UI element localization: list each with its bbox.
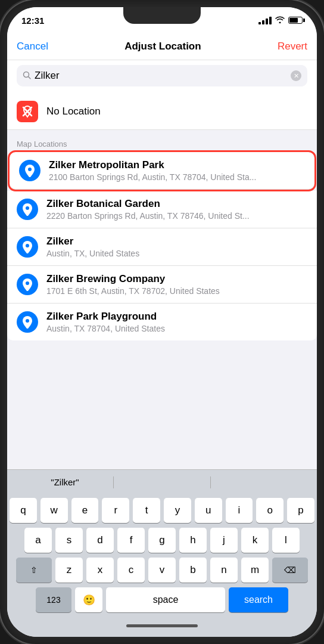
home-area: [7, 620, 317, 637]
key-g[interactable]: g: [148, 528, 176, 553]
location-pin-icon: [19, 160, 40, 181]
key-emoji[interactable]: 🙂: [75, 587, 102, 612]
suggestion-item-3[interactable]: [211, 481, 307, 484]
keyboard-row-2: a s d f g h j k l: [10, 528, 314, 553]
home-indicator: [126, 624, 198, 627]
location-name: Zilker Botanical Garden: [46, 198, 307, 210]
location-name: Zilker Brewing Company: [46, 273, 307, 285]
location-address: 2220 Barton Springs Rd, Austin, TX 78746…: [46, 211, 307, 221]
location-pin-icon: [17, 236, 38, 258]
svg-point-7: [26, 281, 29, 285]
key-z[interactable]: z: [55, 558, 83, 583]
content-list: No Location Map Locations Zilker Metropo…: [7, 94, 317, 469]
no-location-icon: [17, 101, 38, 122]
location-address: Austin, TX 78704, United States: [46, 324, 307, 333]
key-l[interactable]: l: [272, 528, 300, 553]
location-name: Zilker Park Playground: [46, 311, 307, 323]
key-n[interactable]: n: [210, 558, 238, 583]
status-icons: [258, 16, 303, 25]
key-a[interactable]: a: [24, 528, 52, 553]
no-location-row[interactable]: No Location: [7, 94, 317, 130]
key-h[interactable]: h: [179, 528, 207, 553]
location-item[interactable]: Zilker Metropolitan Park 2100 Barton Spr…: [10, 152, 314, 190]
key-b[interactable]: b: [179, 558, 207, 583]
location-name: Zilker Metropolitan Park: [49, 159, 305, 171]
key-j[interactable]: j: [210, 528, 238, 553]
key-q[interactable]: q: [10, 498, 37, 523]
key-v[interactable]: v: [148, 558, 176, 583]
location-text: Zilker Botanical Garden 2220 Barton Spri…: [46, 198, 307, 221]
svg-line-1: [29, 76, 31, 79]
key-numbers[interactable]: 123: [36, 587, 71, 612]
suggestion-item[interactable]: "Zilker": [17, 476, 113, 488]
key-space[interactable]: space: [106, 587, 225, 612]
key-e[interactable]: e: [71, 498, 99, 523]
location-items-group: Zilker Metropolitan Park 2100 Barton Spr…: [7, 152, 317, 340]
nav-title: Adjust Location: [124, 41, 201, 52]
key-c[interactable]: c: [117, 558, 145, 583]
location-text: Zilker Park Playground Austin, TX 78704,…: [46, 311, 307, 333]
key-k[interactable]: k: [241, 528, 269, 553]
location-address: 2100 Barton Springs Rd, Austin, TX 78704…: [49, 172, 305, 182]
key-u[interactable]: u: [195, 498, 222, 523]
location-item[interactable]: Zilker Botanical Garden 2220 Barton Spri…: [7, 191, 317, 228]
key-w[interactable]: w: [40, 498, 68, 523]
key-s[interactable]: s: [55, 528, 83, 553]
svg-point-8: [26, 319, 29, 323]
search-clear-button[interactable]: ✕: [291, 70, 301, 81]
key-shift[interactable]: ⇧: [16, 558, 52, 583]
key-delete[interactable]: ⌫: [272, 558, 308, 583]
svg-point-5: [26, 206, 29, 210]
key-f[interactable]: f: [117, 528, 145, 553]
keyboard-suggestion-bar: "Zilker": [7, 469, 317, 494]
location-text: Zilker Austin, TX, United States: [46, 236, 307, 258]
location-text: Zilker Metropolitan Park 2100 Barton Spr…: [49, 159, 305, 182]
key-x[interactable]: x: [86, 558, 114, 583]
wifi-icon: [275, 16, 285, 25]
status-time: 12:31: [21, 16, 44, 26]
search-bar[interactable]: Zilker ✕: [17, 65, 307, 86]
svg-point-4: [28, 168, 32, 171]
keyboard-bottom-row: 123 🙂 space search: [10, 587, 314, 612]
keyboard: q w e r t y u i o p a s d f g h j k: [7, 494, 317, 620]
location-name: Zilker: [46, 236, 307, 247]
cancel-button[interactable]: Cancel: [17, 41, 48, 52]
section-header-map-locations: Map Locations: [7, 135, 317, 151]
location-item[interactable]: Zilker Austin, TX, United States: [7, 228, 317, 266]
location-item[interactable]: Zilker Park Playground Austin, TX 78704,…: [7, 304, 317, 340]
nav-bar: Cancel Adjust Location Revert: [7, 33, 317, 60]
search-input[interactable]: Zilker: [35, 70, 287, 82]
key-o[interactable]: o: [256, 498, 284, 523]
keyboard-row-1: q w e r t y u i o p: [10, 498, 314, 523]
key-y[interactable]: y: [164, 498, 191, 523]
no-location-label: No Location: [46, 106, 101, 117]
key-i[interactable]: i: [226, 498, 253, 523]
location-item[interactable]: Zilker Brewing Company 1701 E 6th St, Au…: [7, 266, 317, 304]
search-container: Zilker ✕: [7, 60, 317, 94]
location-text: Zilker Brewing Company 1701 E 6th St, Au…: [46, 273, 307, 296]
keyboard-row-3: ⇧ z x c v b n m ⌫: [10, 558, 314, 583]
location-address: Austin, TX, United States: [46, 249, 307, 258]
svg-point-6: [26, 244, 29, 247]
battery-icon: [288, 17, 303, 24]
revert-button[interactable]: Revert: [278, 41, 307, 52]
signal-icon: [258, 17, 272, 24]
key-m[interactable]: m: [241, 558, 269, 583]
search-icon: [23, 71, 31, 81]
key-search[interactable]: search: [229, 587, 288, 612]
location-pin-icon: [17, 199, 38, 220]
location-pin-icon: [17, 311, 38, 333]
key-d[interactable]: d: [86, 528, 114, 553]
key-t[interactable]: t: [133, 498, 160, 523]
suggestion-item-2[interactable]: [114, 481, 210, 484]
key-p[interactable]: p: [287, 498, 314, 523]
location-pin-icon: [17, 274, 38, 295]
key-r[interactable]: r: [102, 498, 129, 523]
location-address: 1701 E 6th St, Austin, TX 78702, United …: [46, 286, 307, 296]
